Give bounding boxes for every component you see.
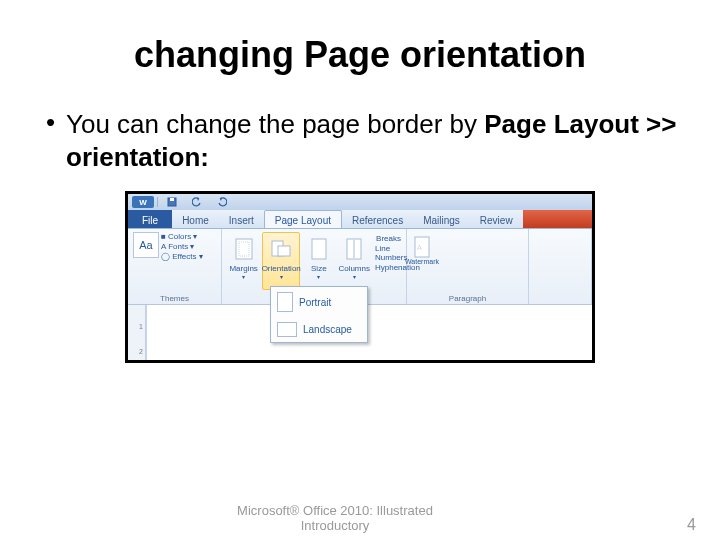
colors-button[interactable]: ■ Colors ▾ [161,232,203,241]
paragraph-group-label: Paragraph [412,293,523,303]
size-button[interactable]: Size ▾ [302,232,335,290]
page-number: 4 [670,516,720,534]
chevron-down-icon: ▾ [353,273,356,280]
page-setup-small: Breaks Line Numbers bcHyphenation [373,232,401,290]
breaks-button[interactable]: Breaks [373,234,401,243]
tab-insert[interactable]: Insert [219,210,264,228]
bullet-item: • You can change the page border by Page… [46,108,680,173]
tab-references[interactable]: References [342,210,413,228]
landscape-icon [277,322,297,337]
slide-footer: Microsoft® Office 2010: Illustrated Intr… [0,504,720,534]
themes-group: Aa ■ Colors ▾ A Fonts ▾ ◯ Effects ▾ Them… [128,229,222,304]
svg-rect-1 [170,198,174,201]
portrait-label: Portrait [299,297,331,308]
svg-rect-5 [278,246,290,256]
ruler-tick: 1 [128,323,145,330]
ruler-tick: 2 [128,348,145,355]
save-icon[interactable] [161,196,183,208]
margins-icon [233,235,255,263]
word-app-icon[interactable]: W [132,196,154,208]
orientation-icon [270,235,292,263]
quick-access-toolbar: W [128,194,592,210]
svg-text:A: A [417,244,422,251]
orientation-portrait-item[interactable]: Portrait [271,287,367,317]
chevron-down-icon: ▾ [242,273,245,280]
line-numbers-button[interactable]: Line Numbers [373,244,401,262]
arrange-group [529,229,592,304]
fonts-button[interactable]: A Fonts ▾ [161,242,203,251]
ribbon-frame: W File Home Insert Page Layout Reference… [125,191,595,363]
undo-icon[interactable] [186,196,208,208]
orientation-landscape-item[interactable]: Landscape [271,317,367,342]
chevron-down-icon: ▾ [280,273,283,280]
ribbon-screenshot: W File Home Insert Page Layout Reference… [125,191,595,363]
ribbon-tabs: File Home Insert Page Layout References … [128,210,592,229]
page-background-group: A Watermark Paragraph [407,229,529,304]
landscape-label: Landscape [303,324,352,335]
tab-review[interactable]: Review [470,210,523,228]
bullet-text: You can change the page border by Page L… [66,108,680,173]
vertical-ruler: 1 2 [128,305,146,360]
slide-title: changing Page orientation [40,34,680,76]
bullet-dot: • [46,108,66,173]
document-page[interactable] [146,305,592,360]
svg-rect-6 [312,239,326,259]
columns-icon [343,235,365,263]
chevron-down-icon: ▾ [317,273,320,280]
watermark-button[interactable]: A Watermark [412,236,432,265]
effects-button[interactable]: ◯ Effects ▾ [161,252,203,261]
separator [157,197,158,207]
tab-file[interactable]: File [128,210,172,228]
themes-button[interactable]: Aa [133,232,159,258]
tab-page-layout[interactable]: Page Layout [264,210,342,228]
size-icon [308,235,330,263]
themes-group-label: Themes [133,293,216,303]
tab-mailings[interactable]: Mailings [413,210,470,228]
portrait-icon [277,292,293,312]
orientation-menu: Portrait Landscape [270,286,368,343]
columns-button[interactable]: Columns ▾ [337,232,371,290]
redo-icon[interactable] [211,196,233,208]
margins-button[interactable]: Margins ▾ [227,232,260,290]
hyphenation-button[interactable]: bcHyphenation [373,263,401,272]
orientation-button[interactable]: Orientation ▾ [262,232,300,290]
ribbon-accent [523,210,592,228]
tab-home[interactable]: Home [172,210,219,228]
slide: changing Page orientation • You can chan… [0,0,720,540]
footer-text: Microsoft® Office 2010: Illustrated Intr… [0,504,670,534]
watermark-icon: A [413,236,431,258]
breaks-icon [373,234,374,243]
bullet-pre: You can change the page border by [66,109,484,139]
